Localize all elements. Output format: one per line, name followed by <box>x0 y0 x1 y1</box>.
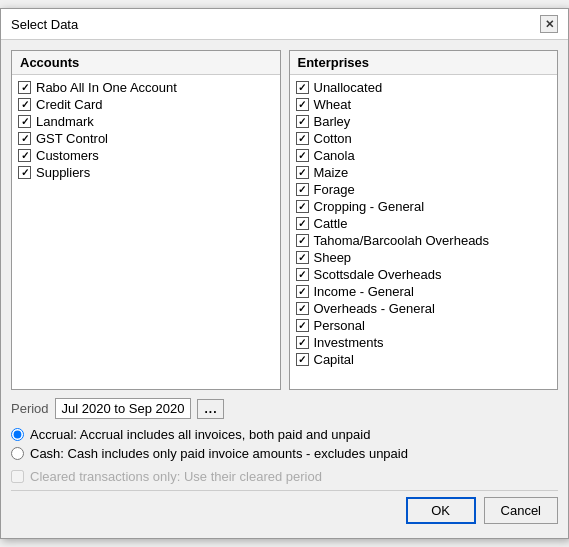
account-item-label: Rabo All In One Account <box>36 80 177 95</box>
enterprise-checkbox[interactable] <box>296 183 309 196</box>
list-item[interactable]: GST Control <box>16 130 276 147</box>
enterprise-checkbox[interactable] <box>296 353 309 366</box>
list-item[interactable]: Barley <box>294 113 554 130</box>
list-item[interactable]: Investments <box>294 334 554 351</box>
list-item[interactable]: Rabo All In One Account <box>16 79 276 96</box>
enterprise-checkbox[interactable] <box>296 149 309 162</box>
enterprises-list: UnallocatedWheatBarleyCottonCanolaMaizeF… <box>290 75 558 389</box>
enterprise-checkbox[interactable] <box>296 98 309 111</box>
account-checkbox[interactable] <box>18 166 31 179</box>
enterprise-item-label: Overheads - General <box>314 301 435 316</box>
list-item[interactable]: Forage <box>294 181 554 198</box>
list-item[interactable]: Credit Card <box>16 96 276 113</box>
cleared-transactions-option: Cleared transactions only: Use their cle… <box>11 469 558 484</box>
enterprises-header: Enterprises <box>290 51 558 75</box>
enterprise-checkbox[interactable] <box>296 285 309 298</box>
list-item[interactable]: Customers <box>16 147 276 164</box>
list-item[interactable]: Tahoma/Barcoolah Overheads <box>294 232 554 249</box>
account-item-label: Customers <box>36 148 99 163</box>
accounts-header: Accounts <box>12 51 280 75</box>
select-data-dialog: Select Data ✕ Accounts Rabo All In One A… <box>0 8 569 539</box>
accounts-list: Rabo All In One AccountCredit CardLandma… <box>12 75 280 389</box>
enterprise-checkbox[interactable] <box>296 336 309 349</box>
period-dots-button[interactable]: ... <box>197 399 224 419</box>
list-item[interactable]: Cotton <box>294 130 554 147</box>
title-bar: Select Data ✕ <box>1 9 568 40</box>
enterprise-item-label: Canola <box>314 148 355 163</box>
enterprise-checkbox[interactable] <box>296 302 309 315</box>
enterprise-item-label: Scottsdale Overheads <box>314 267 442 282</box>
enterprise-item-label: Sheep <box>314 250 352 265</box>
cleared-transactions-label: Cleared transactions only: Use their cle… <box>30 469 322 484</box>
cleared-transactions-checkbox[interactable] <box>11 470 24 483</box>
enterprise-checkbox[interactable] <box>296 234 309 247</box>
enterprise-item-label: Forage <box>314 182 355 197</box>
account-checkbox[interactable] <box>18 149 31 162</box>
radio-item-cash[interactable]: Cash: Cash includes only paid invoice am… <box>11 446 558 461</box>
radio-label-cash: Cash: Cash includes only paid invoice am… <box>30 446 408 461</box>
enterprise-checkbox[interactable] <box>296 81 309 94</box>
period-label: Period <box>11 401 49 416</box>
enterprise-checkbox[interactable] <box>296 115 309 128</box>
accounts-panel: Accounts Rabo All In One AccountCredit C… <box>11 50 281 390</box>
enterprise-item-label: Barley <box>314 114 351 129</box>
account-item-label: Suppliers <box>36 165 90 180</box>
enterprise-item-label: Cotton <box>314 131 352 146</box>
dialog-title: Select Data <box>11 17 78 32</box>
enterprise-item-label: Investments <box>314 335 384 350</box>
list-item[interactable]: Unallocated <box>294 79 554 96</box>
period-value[interactable]: Jul 2020 to Sep 2020 <box>55 398 192 419</box>
enterprise-checkbox[interactable] <box>296 217 309 230</box>
period-row: Period Jul 2020 to Sep 2020 ... <box>11 398 558 419</box>
enterprises-panel: Enterprises UnallocatedWheatBarleyCotton… <box>289 50 559 390</box>
account-item-label: Landmark <box>36 114 94 129</box>
list-item[interactable]: Landmark <box>16 113 276 130</box>
enterprise-checkbox[interactable] <box>296 319 309 332</box>
list-item[interactable]: Sheep <box>294 249 554 266</box>
button-row: OK Cancel <box>11 490 558 528</box>
account-checkbox[interactable] <box>18 132 31 145</box>
close-button[interactable]: ✕ <box>540 15 558 33</box>
enterprise-item-label: Cattle <box>314 216 348 231</box>
enterprise-checkbox[interactable] <box>296 166 309 179</box>
enterprise-item-label: Income - General <box>314 284 414 299</box>
radio-item-accrual[interactable]: Accrual: Accrual includes all invoices, … <box>11 427 558 442</box>
enterprise-item-label: Capital <box>314 352 354 367</box>
radio-cash[interactable] <box>11 447 24 460</box>
enterprise-item-label: Unallocated <box>314 80 383 95</box>
account-item-label: GST Control <box>36 131 108 146</box>
enterprise-checkbox[interactable] <box>296 132 309 145</box>
enterprise-item-label: Personal <box>314 318 365 333</box>
enterprise-checkbox[interactable] <box>296 200 309 213</box>
enterprise-checkbox[interactable] <box>296 268 309 281</box>
list-item[interactable]: Cattle <box>294 215 554 232</box>
list-item[interactable]: Personal <box>294 317 554 334</box>
ok-button[interactable]: OK <box>406 497 476 524</box>
lists-container: Accounts Rabo All In One AccountCredit C… <box>11 50 558 390</box>
list-item[interactable]: Cropping - General <box>294 198 554 215</box>
account-item-label: Credit Card <box>36 97 102 112</box>
radio-group: Accrual: Accrual includes all invoices, … <box>11 427 558 461</box>
list-item[interactable]: Maize <box>294 164 554 181</box>
list-item[interactable]: Scottsdale Overheads <box>294 266 554 283</box>
dialog-content: Accounts Rabo All In One AccountCredit C… <box>1 40 568 538</box>
enterprise-item-label: Cropping - General <box>314 199 425 214</box>
list-item[interactable]: Wheat <box>294 96 554 113</box>
enterprise-item-label: Maize <box>314 165 349 180</box>
radio-accrual[interactable] <box>11 428 24 441</box>
list-item[interactable]: Capital <box>294 351 554 368</box>
radio-label-accrual: Accrual: Accrual includes all invoices, … <box>30 427 370 442</box>
enterprise-checkbox[interactable] <box>296 251 309 264</box>
list-item[interactable]: Canola <box>294 147 554 164</box>
account-checkbox[interactable] <box>18 98 31 111</box>
list-item[interactable]: Income - General <box>294 283 554 300</box>
account-checkbox[interactable] <box>18 115 31 128</box>
list-item[interactable]: Suppliers <box>16 164 276 181</box>
cancel-button[interactable]: Cancel <box>484 497 558 524</box>
enterprise-item-label: Tahoma/Barcoolah Overheads <box>314 233 490 248</box>
account-checkbox[interactable] <box>18 81 31 94</box>
enterprise-item-label: Wheat <box>314 97 352 112</box>
list-item[interactable]: Overheads - General <box>294 300 554 317</box>
